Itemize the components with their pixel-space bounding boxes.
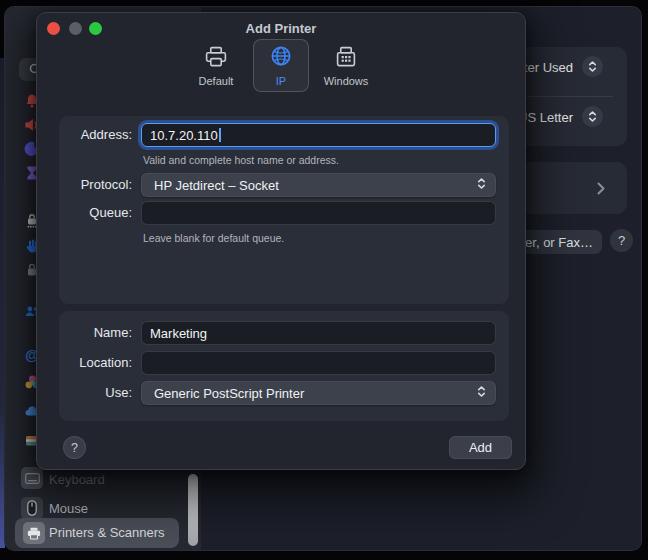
connection-card: Address: 10.7.20.110 Valid and complete …: [59, 116, 509, 304]
address-helper: Valid and complete host name or address.: [143, 154, 339, 166]
use-popup[interactable]: Generic PostScript Printer: [141, 381, 496, 405]
tab-windows[interactable]: Windows: [318, 39, 374, 92]
desktop: { "dialog": { "title": "Add Printer", "t…: [0, 0, 648, 560]
tab-windows-label: Windows: [324, 75, 369, 87]
help-button-label: ?: [618, 233, 625, 248]
chevron-up-down-icon: [477, 177, 486, 193]
sidebar-scrollbar[interactable]: [188, 474, 198, 546]
address-value: 10.7.20.110: [150, 128, 218, 143]
use-value: Generic PostScript Printer: [154, 386, 304, 401]
globe-icon: [269, 45, 293, 73]
use-label: Use:: [59, 381, 132, 405]
location-label: Location:: [59, 351, 132, 375]
location-input[interactable]: [141, 351, 496, 375]
add-button-label: Add: [469, 440, 492, 455]
sidebar-item-printers-scanners[interactable]: Printers & Scanners: [15, 518, 179, 548]
tab-ip[interactable]: IP: [253, 39, 309, 92]
settings-help-button[interactable]: ?: [610, 229, 633, 252]
add-printer-dialog: Add Printer Default IP Windows Address: …: [36, 12, 526, 470]
name-label: Name:: [59, 321, 132, 345]
name-value: Marketing: [150, 326, 207, 341]
text-caret: [219, 128, 221, 142]
printer-icon: [203, 45, 229, 73]
address-label: Address:: [59, 123, 132, 147]
protocol-label: Protocol:: [59, 173, 132, 197]
chevron-right-icon: [597, 181, 605, 199]
printer-icon: [23, 522, 45, 544]
tab-ip-label: IP: [276, 75, 286, 87]
dialog-help-label: ?: [71, 441, 78, 455]
sidebar-item-label: Printers & Scanners: [49, 518, 165, 548]
queue-label: Queue:: [59, 201, 132, 225]
add-fax-button-label: er, or Fax…: [525, 235, 593, 250]
default-printer-popup[interactable]: [582, 56, 603, 77]
keyboard-icon: [21, 467, 43, 489]
tab-default-label: Default: [199, 75, 234, 87]
paper-size-popup[interactable]: [582, 106, 603, 127]
add-button[interactable]: Add: [449, 436, 512, 459]
dialog-title: Add Printer: [37, 21, 525, 36]
dialog-help-button[interactable]: ?: [63, 436, 86, 459]
queue-input[interactable]: [141, 201, 496, 225]
address-input[interactable]: 10.7.20.110: [141, 123, 496, 147]
protocol-value: HP Jetdirect – Socket: [154, 178, 279, 193]
protocol-popup[interactable]: HP Jetdirect – Socket: [141, 173, 496, 197]
identity-card: Name: Marketing Location: Use: Generic P…: [59, 311, 509, 421]
tab-default[interactable]: Default: [188, 39, 244, 92]
paper-size-value: US Letter: [518, 110, 573, 125]
mouse-icon: [21, 497, 43, 519]
printer-type-toolbar: Default IP Windows: [37, 39, 525, 92]
chevron-up-down-icon: [477, 385, 486, 401]
name-input[interactable]: Marketing: [141, 321, 496, 345]
queue-helper: Leave blank for default queue.: [143, 232, 284, 244]
network-printer-icon: [333, 45, 359, 73]
